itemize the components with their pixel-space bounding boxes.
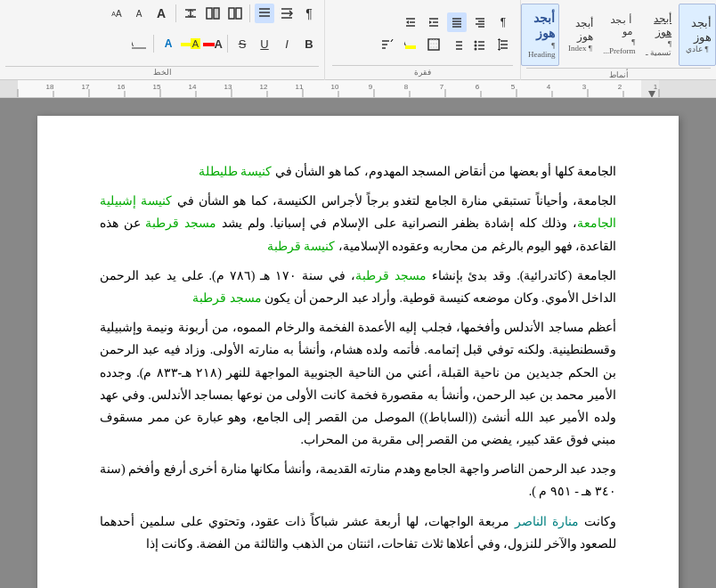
col-right-icon[interactable] [203, 4, 223, 23]
svg-text:14: 14 [189, 83, 197, 91]
svg-text:8: 8 [404, 83, 409, 91]
align-right-icon[interactable] [470, 12, 490, 32]
outdent-icon[interactable] [401, 12, 420, 32]
font-color-a: A [215, 37, 223, 51]
svg-text:15: 15 [153, 83, 161, 91]
align-justify-icon[interactable] [447, 12, 467, 32]
style-label-default: ¶ تسمية ـ [645, 39, 671, 57]
style-btn-normal[interactable]: أبجد هوز ¶ عادي [679, 4, 716, 66]
spacing-icon[interactable] [181, 4, 200, 23]
pilcrow-icon[interactable]: ¶ [493, 12, 513, 32]
styles-section: أبجد هوز ¶ عادي أبجد هوز ¶ تسمية ـ أبجد … [520, 0, 716, 80]
list-bullet-icon[interactable] [470, 35, 490, 54]
col-left-icon[interactable] [225, 4, 245, 23]
svg-rect-47 [207, 8, 212, 19]
style-preview-normal: أبجد هوز [683, 16, 712, 45]
paragraph-2: الجامعة، وأحياناً تستبقي منارة الجامع لت… [100, 190, 616, 257]
paragraph-section: ¶ [324, 0, 520, 80]
font-size-large-icon[interactable]: A [151, 4, 171, 23]
border-icon[interactable] [424, 35, 443, 54]
style-btn-preform[interactable]: أبجد مو ¶ Preform... [600, 4, 638, 66]
highlight-icon[interactable]: A [401, 35, 420, 54]
style-label-preform: ¶ Preform... [603, 37, 635, 55]
highlight-a: A [191, 38, 200, 49]
underline-icon[interactable]: U [255, 34, 274, 53]
svg-rect-48 [214, 8, 219, 19]
highlight-color-icon[interactable]: A [181, 34, 200, 53]
justify-both-icon[interactable] [255, 4, 274, 23]
link-mosque-cordoba-3[interactable]: مسجد قرطبة [192, 291, 262, 305]
svg-marker-93 [648, 91, 655, 98]
link-church-cordoba[interactable]: كنيسة قرطبة [267, 240, 336, 253]
toolbar: أبجد هوز ¶ عادي أبجد هوز ¶ تسمية ـ أبجد … [0, 0, 716, 80]
paragraph-row-1: ¶ [401, 12, 513, 32]
svg-text:A: A [404, 39, 406, 47]
svg-text:1: 1 [654, 83, 658, 91]
app-window: أبجد هوز ¶ عادي أبجد هوز ¶ تسمية ـ أبجد … [0, 0, 716, 588]
svg-text:3: 3 [582, 83, 587, 91]
svg-point-19 [475, 45, 477, 47]
svg-text:6: 6 [476, 83, 480, 91]
sort-icon[interactable] [378, 35, 397, 54]
highlight-color-bar [181, 43, 191, 46]
svg-text:5: 5 [511, 83, 516, 91]
paragraph-6: وكانت منارة الناصر مربعة الواجهات، لها أ… [100, 510, 616, 555]
list-number-icon[interactable]: 1.2.3. [447, 35, 467, 54]
bold-icon[interactable]: B [299, 34, 319, 53]
style-preview-default: أبجد هوز [645, 12, 671, 39]
svg-text:9: 9 [369, 83, 373, 91]
link-mosque-cordoba[interactable]: مسجد قرطبة [145, 216, 216, 230]
svg-text:17: 17 [82, 83, 90, 91]
link-mosque-cordoba-2[interactable]: مسجد قرطبة [355, 269, 427, 282]
svg-text:4: 4 [547, 83, 551, 91]
style-label-normal: ¶ عادي [686, 45, 708, 53]
svg-text:16: 16 [118, 83, 126, 91]
svg-rect-34 [405, 45, 416, 49]
ruler: 18 17 16 15 14 13 12 11 10 9 8 7 6 5 4 3 [0, 80, 716, 98]
paragraph-3: الجامعة (كاتدرائية). وقد بدئ بإنشاء مسجد… [100, 265, 616, 309]
svg-text:2: 2 [618, 83, 622, 91]
style-label-heading: ¶ Heading [525, 41, 555, 59]
link-toledo[interactable]: كنيسة طليطلة [199, 165, 273, 178]
svg-point-18 [475, 41, 477, 44]
font-color-icon[interactable]: A [203, 34, 223, 53]
rtl-icon[interactable]: ¶ [299, 4, 319, 23]
styles-section-label: أنماط [526, 68, 711, 79]
style-preview-index: أبجد هوز [566, 17, 593, 44]
text-effect-icon[interactable]: A [159, 34, 178, 53]
paragraph-1: الجامعة كلها أو بعضها من أنقاض المسجد ال… [100, 160, 616, 183]
document-area[interactable]: الجامعة كلها أو بعضها من أنقاض المسجد ال… [0, 98, 716, 588]
char-spacing-icon[interactable]: A [129, 34, 149, 53]
line-spacing-icon[interactable] [493, 35, 513, 54]
document-page: الجامعة كلها أو بعضها من أنقاض المسجد ال… [37, 116, 679, 588]
font-section: ¶ A [0, 0, 324, 80]
font-size-small-icon[interactable]: A [129, 4, 149, 23]
svg-point-20 [475, 48, 477, 51]
font-size-superscript-icon[interactable]: AA [107, 4, 126, 23]
paragraph-section-label: فقرة [332, 65, 513, 77]
svg-text:11: 11 [296, 83, 304, 91]
svg-rect-55 [659, 80, 716, 98]
style-preview-preform: أبجد مو [605, 14, 633, 37]
svg-text:A: A [132, 38, 134, 48]
italic-icon[interactable]: I [277, 34, 297, 53]
ruler-content: 18 17 16 15 14 13 12 11 10 9 8 7 6 5 4 3 [0, 80, 716, 97]
strikethrough-icon[interactable]: S [232, 34, 252, 53]
svg-rect-46 [236, 8, 241, 19]
increase-indent-icon[interactable] [277, 4, 297, 23]
paragraph-5: وجدد عبد الرحمن الناصر واجهة الجامع وهدم… [100, 458, 616, 502]
svg-rect-45 [229, 8, 234, 19]
font-section-label: الخط [5, 66, 319, 77]
svg-text:10: 10 [331, 83, 339, 91]
link-minaret[interactable]: منارة الناصر [515, 515, 579, 528]
paragraph-4: أعظم مساجد الأندلس وأفخمها، فجلب إليه ال… [100, 316, 616, 451]
style-btn-index[interactable]: أبجد هوز ¶ Index [562, 4, 598, 66]
style-btn-heading[interactable]: أبجد هوز ¶ Heading [521, 4, 559, 66]
style-btn-default[interactable]: أبجد هوز ¶ تسمية ـ [640, 4, 676, 66]
indent-icon[interactable] [424, 12, 443, 32]
svg-text:7: 7 [440, 83, 444, 91]
style-preview-heading: أبجد هوز [525, 11, 555, 41]
paragraph-row-2: 1.2.3. A [378, 35, 513, 54]
svg-rect-54 [0, 80, 18, 98]
svg-text:13: 13 [224, 83, 232, 91]
